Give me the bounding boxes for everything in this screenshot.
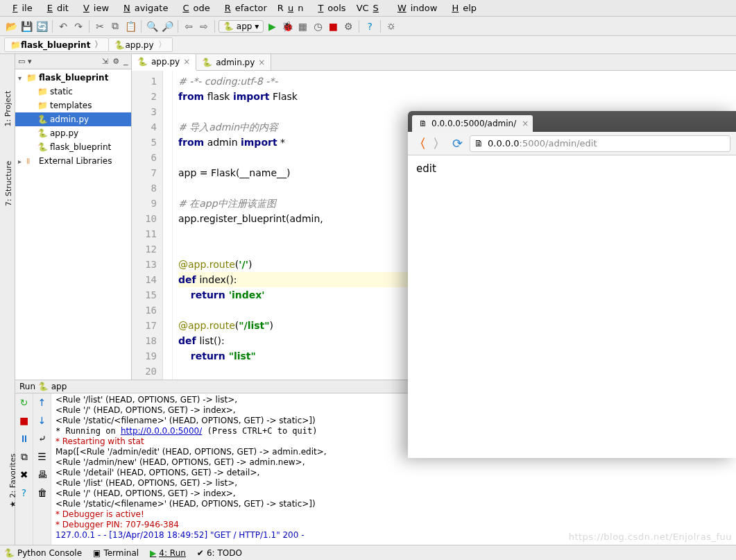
sync-icon[interactable]: 🔄 — [35, 19, 49, 33]
scroll-icon[interactable]: ☰ — [36, 450, 49, 463]
page-icon: 🗎 — [474, 138, 483, 149]
run-gutter-secondary: ↑ ↓ ⤶ ☰ 🖶 🗑 — [33, 393, 51, 545]
gear-icon[interactable]: ⚙ — [112, 57, 119, 66]
redo-icon[interactable]: ↷ — [71, 19, 85, 33]
find-icon[interactable]: 🔍 — [145, 19, 159, 33]
softwrap-icon[interactable]: ⤶ — [36, 432, 49, 445]
copy-icon[interactable]: ⧉ — [108, 19, 122, 33]
python-icon: 🐍 — [202, 58, 212, 67]
collapse-icon[interactable]: ⇲ — [102, 57, 108, 66]
menu-help[interactable]: Help — [443, 1, 481, 15]
help-icon[interactable]: ? — [363, 19, 377, 33]
project-header: ▭ ▾ ⇲ ⚙ ⎯ — [15, 54, 131, 69]
replace-icon[interactable]: 🔎 — [160, 19, 174, 33]
run-config-dropdown[interactable]: 🐍 app ▾ — [219, 20, 264, 33]
menu-edit[interactable]: Edit — [39, 1, 73, 15]
tab-app[interactable]: 🐍app.py× — [132, 54, 196, 71]
tree-root[interactable]: ▾📁flask_blueprint — [15, 71, 131, 85]
forward-icon[interactable]: 〉 — [433, 135, 445, 152]
browser-tabstrip: 🗎 0.0.0.0:5000/admin/ × — [408, 111, 736, 132]
project-tree: ▾📁flask_blueprint 📁static 📁templates 🐍ad… — [15, 69, 131, 169]
menu-vcs[interactable]: VCS — [352, 1, 387, 15]
tree-file-admin[interactable]: 🐍admin.py — [15, 112, 131, 126]
cut-icon[interactable]: ✂ — [93, 19, 107, 33]
menu-refactor[interactable]: Refactor — [216, 1, 271, 15]
left-tool-strip: 1: Project 7: Structure ★ 2: Favorites — [0, 54, 15, 545]
down-icon[interactable]: ↓ — [36, 414, 49, 427]
run-gutter-primary: ↻ ■ ⏸ ⧉ ✖ ? — [15, 393, 33, 545]
status-run[interactable]: ▶ 4: Run — [150, 548, 186, 558]
profile-icon[interactable]: ◷ — [311, 19, 325, 33]
watermark: https://blog.csdn.net/Enjolras_fuu — [569, 532, 732, 542]
attach-icon[interactable]: ⚙ — [341, 19, 355, 33]
hide-icon[interactable]: ⎯ — [123, 57, 128, 66]
menu-window[interactable]: Window — [389, 1, 442, 15]
pause-icon[interactable]: ⏸ — [18, 432, 31, 445]
crumb-project[interactable]: 📁 flask_blueprint〉 — [4, 37, 109, 52]
address-bar[interactable]: 🗎 0.0.0.0:5000/admin/edit — [470, 135, 730, 152]
breadcrumb: 📁 flask_blueprint〉 🐍 app.py〉 — [0, 36, 736, 54]
menu-code[interactable]: Code — [174, 1, 214, 15]
main-menu: FFileile Edit View Navigate Code Refacto… — [0, 0, 736, 17]
python-icon: 🐍 — [137, 57, 148, 67]
dump-icon[interactable]: ⧉ — [18, 450, 31, 463]
project-panel: ▭ ▾ ⇲ ⚙ ⎯ ▾📁flask_blueprint 📁static 📁tem… — [15, 54, 132, 380]
debug-icon[interactable]: 🐞 — [280, 19, 294, 33]
open-icon[interactable]: 📂 — [4, 19, 18, 33]
run-title: Run — [19, 382, 35, 391]
close-icon[interactable]: × — [183, 57, 190, 67]
help-icon[interactable]: ? — [18, 486, 31, 499]
stop-icon[interactable]: ■ — [18, 414, 31, 427]
status-terminal[interactable]: ▣ Terminal — [93, 548, 139, 558]
menu-file[interactable]: FFileile — [4, 1, 37, 15]
tree-file-blueprint[interactable]: 🐍flask_blueprint — [15, 140, 131, 154]
tree-external[interactable]: ▸⫴External Libraries — [15, 154, 131, 168]
up-icon[interactable]: ↑ — [36, 396, 49, 409]
rerun-icon[interactable]: ↻ — [18, 396, 31, 409]
python-icon: 🐍 — [38, 382, 49, 391]
menu-run[interactable]: Run — [273, 1, 308, 15]
close-icon[interactable]: × — [522, 119, 529, 128]
close-icon[interactable]: × — [258, 58, 265, 67]
main-toolbar: 📂 💾 🔄 ↶ ↷ ✂ ⧉ 📋 🔍 🔎 ⇦ ⇨ 🐍 app ▾ ▶ 🐞 ▦ ◷ … — [0, 17, 736, 36]
back-icon[interactable]: 〈 — [413, 135, 426, 152]
tree-folder-static[interactable]: 📁static — [15, 85, 131, 99]
browser-window: 🗎 0.0.0.0:5000/admin/ × 〈 〉 ⟳ 🗎 0.0.0.0:… — [408, 111, 736, 458]
clear-icon[interactable]: 🗑 — [36, 486, 49, 499]
tree-file-app[interactable]: 🐍app.py — [15, 126, 131, 140]
back-icon[interactable]: ⇦ — [182, 19, 196, 33]
strip-structure[interactable]: 7: Structure — [4, 161, 13, 206]
undo-icon[interactable]: ↶ — [56, 19, 70, 33]
tree-folder-templates[interactable]: 📁templates — [15, 99, 131, 112]
settings-icon[interactable]: ⛭ — [384, 19, 398, 33]
reload-icon[interactable]: ⟳ — [452, 136, 463, 151]
python-icon: 🐍 — [223, 22, 234, 31]
menu-navigate[interactable]: Navigate — [115, 1, 172, 15]
forward-icon[interactable]: ⇨ — [197, 19, 211, 33]
tab-admin[interactable]: 🐍admin.py× — [196, 54, 271, 70]
page-icon: 🗎 — [419, 119, 427, 128]
run-config-label: app — [237, 22, 253, 31]
page-content: edit — [416, 162, 436, 175]
status-python-console[interactable]: 🐍Python Console — [4, 548, 82, 558]
coverage-icon[interactable]: ▦ — [296, 19, 309, 33]
menu-tools[interactable]: Tools — [309, 1, 350, 15]
menu-view[interactable]: View — [75, 1, 113, 15]
status-todo[interactable]: ✔ 6: TODO — [197, 548, 242, 558]
save-icon[interactable]: 💾 — [19, 19, 33, 33]
run-icon[interactable]: ▶ — [265, 19, 279, 33]
close-icon[interactable]: ✖ — [18, 468, 31, 481]
browser-body: edit — [408, 155, 736, 182]
project-dropdown-icon[interactable]: ▭ ▾ — [18, 57, 31, 66]
print-icon[interactable]: 🖶 — [36, 468, 49, 481]
strip-project[interactable]: 1: Project — [3, 91, 12, 127]
stop-icon[interactable]: ■ — [326, 19, 340, 33]
line-gutter[interactable]: 1234567891011121314151617181920 — [132, 71, 163, 380]
browser-tab[interactable]: 🗎 0.0.0.0:5000/admin/ × — [412, 115, 533, 132]
editor-tabs: 🐍app.py× 🐍admin.py× — [132, 54, 736, 71]
paste-icon[interactable]: 📋 — [123, 19, 137, 33]
status-bar: 🐍Python Console ▣ Terminal ▶ 4: Run ✔ 6:… — [0, 545, 736, 560]
browser-toolbar: 〈 〉 ⟳ 🗎 0.0.0.0:5000/admin/edit — [408, 132, 736, 155]
fold-column[interactable] — [163, 71, 173, 380]
crumb-file[interactable]: 🐍 app.py〉 — [108, 37, 172, 52]
